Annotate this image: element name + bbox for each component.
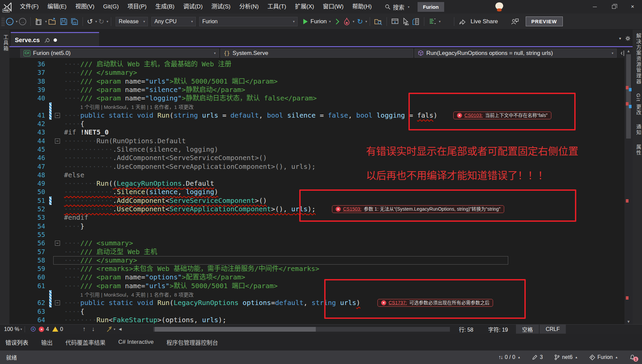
pending-changes-button[interactable]: 3 (532, 354, 543, 360)
panel-tab-4[interactable]: 程序包管理器控制台 (166, 338, 218, 346)
collapse-icon[interactable]: − (55, 113, 60, 118)
active-project-badge[interactable]: Furion (418, 2, 444, 12)
menu-item-8[interactable]: 分析(N) (235, 3, 263, 10)
notifications-button[interactable]: 1 (630, 354, 635, 360)
horizontal-scrollbar[interactable] (153, 327, 450, 332)
chevron-down-icon[interactable]: ▾ (106, 20, 108, 23)
start-without-debugging-button[interactable] (334, 20, 338, 24)
zoom-level-select[interactable]: 100 % (4, 326, 19, 332)
toolbox-vertical-tab[interactable]: 工具箱 (2, 34, 9, 52)
right-strip-tab-1[interactable]: Git 更改 (635, 93, 642, 115)
menu-item-5[interactable]: 生成(B) (151, 3, 179, 10)
open-file-button[interactable] (48, 18, 57, 26)
error-count-icon[interactable]: × (39, 327, 44, 332)
scroll-down-icon[interactable]: ▼ (624, 320, 633, 324)
code-line-38[interactable]: 38····/// <param name="urls">默认 5000/500… (9, 77, 624, 86)
right-strip-tab-2[interactable]: 通知 (635, 124, 642, 135)
menu-item-1[interactable]: 编辑(E) (43, 3, 71, 10)
code-line-57[interactable]: 57····/// 启动泛型 Web 主机 (9, 248, 624, 256)
copy-document-button[interactable] (412, 18, 420, 26)
panel-tab-0[interactable]: 错误列表 (5, 338, 28, 346)
scrollbar-thumb[interactable] (626, 54, 631, 139)
navigate-forward-button[interactable]: → (19, 18, 26, 25)
line-ending-mode[interactable]: CRLF (540, 325, 566, 334)
menu-item-9[interactable]: 工具(T) (263, 3, 291, 10)
code-line-54[interactable]: 54····} (9, 222, 624, 231)
collapse-icon[interactable]: − (55, 241, 60, 246)
cursor-select-button[interactable] (402, 18, 409, 26)
code-line-55[interactable]: 55 (9, 231, 624, 239)
chevron-down-icon[interactable]: ▾ (16, 20, 18, 23)
navigate-back-button[interactable]: ← (6, 18, 13, 25)
next-issue-button[interactable]: ↓ (92, 326, 95, 333)
new-project-button[interactable] (35, 18, 43, 26)
panel-tab-2[interactable]: 代码覆盖率结果 (65, 338, 105, 346)
menu-item-10[interactable]: 扩展(X) (291, 3, 318, 10)
panel-tab-3[interactable]: C# Interactive (118, 339, 154, 345)
right-strip-tab-3[interactable]: 属性 (635, 144, 642, 156)
previous-issue-button[interactable]: ↑ (83, 326, 86, 333)
chevron-down-icon[interactable]: ▾ (329, 20, 331, 23)
code-line-64[interactable]: 64········Run<FakeStartup>(options, urls… (9, 316, 624, 324)
menu-item-6[interactable]: 调试(D) (179, 3, 207, 10)
code-line-36[interactable]: 36····/// 启动默认 Web 主机，含最基础的 Web 注册 (9, 60, 624, 68)
gear-icon[interactable] (625, 36, 631, 41)
warning-count[interactable]: 0 (60, 326, 63, 332)
search-control[interactable]: 搜索 ▾ (385, 3, 409, 11)
project-dropdown[interactable]: C# Furion (net5.0)▾ (20, 49, 219, 58)
close-button[interactable]: × (623, 0, 642, 13)
menu-item-0[interactable]: 文件(F) (16, 3, 43, 10)
pin-icon[interactable] (44, 38, 50, 43)
avatar[interactable] (495, 2, 504, 11)
save-all-button[interactable] (70, 18, 79, 26)
panel-tab-1[interactable]: 输出 (41, 338, 53, 346)
toolbar-grip[interactable] (1, 17, 5, 26)
menu-item-7[interactable]: 测试(S) (207, 3, 235, 10)
run-target-label[interactable]: Furion (310, 18, 327, 25)
collapse-icon[interactable]: − (55, 139, 60, 144)
vertical-scrollbar[interactable]: ▲ ▼ (624, 48, 633, 324)
tab-serve-cs[interactable]: Serve.cs (11, 32, 99, 47)
solution-platform-select[interactable]: Any CPU▾ (151, 17, 196, 26)
intellisense-icon[interactable] (30, 326, 36, 332)
start-debugging-button[interactable] (303, 19, 308, 24)
redo-button[interactable]: ↻ (98, 18, 104, 26)
code-line-58[interactable]: 58····/// </summary> (9, 256, 624, 265)
refresh-button[interactable]: ↻ (357, 18, 363, 26)
chevron-down-icon[interactable]: ▾ (353, 20, 355, 23)
indentation-mode[interactable]: 空格 (516, 325, 539, 334)
feedback-button[interactable] (510, 18, 519, 26)
error-count[interactable]: 4 (46, 326, 49, 332)
branch-button[interactable]: net6▲ (554, 354, 578, 360)
menu-item-12[interactable]: 帮助(H) (348, 3, 376, 10)
chevron-down-icon[interactable]: ▾ (20, 327, 22, 331)
menu-item-4[interactable]: 项目(P) (123, 3, 151, 10)
task-list-button[interactable] (428, 18, 436, 26)
menu-item-2[interactable]: 视图(V) (71, 3, 99, 10)
chevron-down-icon[interactable]: ▾ (439, 20, 440, 23)
code-line-56[interactable]: 56−····/// <summary> (9, 239, 624, 247)
undo-button[interactable]: ↺ (87, 18, 93, 26)
minimize-button[interactable] (585, 0, 604, 13)
window-layout-button[interactable] (391, 18, 399, 26)
chevron-down-icon[interactable]: ▾ (45, 20, 47, 23)
cursor-column-indicator[interactable]: 字符: 19 (488, 325, 508, 333)
code-line-61[interactable]: 61····/// <param name="urls">默认 5000/500… (9, 282, 624, 290)
tab-list-chevron-icon[interactable]: ▾ (619, 36, 621, 41)
solution-configuration-select[interactable]: Release▾ (116, 17, 148, 26)
member-dropdown[interactable]: Run(LegacyRunOptions options = null, str… (415, 49, 617, 58)
horizontal-scrollbar-thumb[interactable] (155, 327, 316, 332)
code-fix-icon[interactable] (106, 326, 113, 332)
repository-button[interactable]: Furion▲ (589, 354, 618, 360)
chevron-down-icon[interactable]: ▾ (95, 20, 97, 23)
codelens-row[interactable]: 1 个引用 | MonkSoul，4 天前 | 1 名作者，8 项更改 (9, 290, 624, 299)
save-button[interactable] (60, 18, 68, 26)
cursor-line-indicator[interactable]: 行: 58 (459, 325, 473, 333)
right-strip-tab-0[interactable]: 解决方案资源管理器 (635, 33, 642, 85)
code-line-63[interactable]: 63····{ (9, 307, 624, 316)
startup-project-select[interactable]: Furion▾ (199, 17, 298, 26)
menu-item-11[interactable]: 窗口(W) (318, 3, 348, 10)
warning-count-icon[interactable] (52, 327, 58, 332)
find-in-files-button[interactable] (374, 18, 383, 26)
scroll-left-icon[interactable]: ◀ (119, 327, 121, 331)
